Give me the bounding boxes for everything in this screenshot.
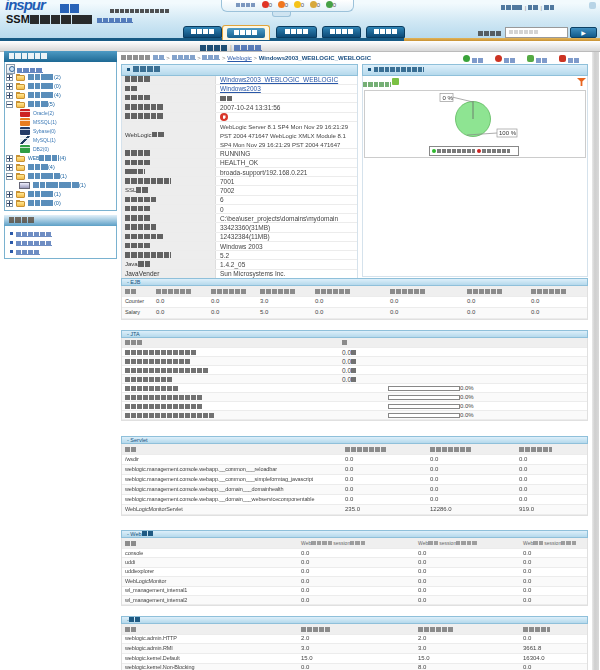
svg-text:0 %: 0 %: [443, 95, 454, 101]
svg-text:100 %: 100 %: [499, 130, 517, 136]
